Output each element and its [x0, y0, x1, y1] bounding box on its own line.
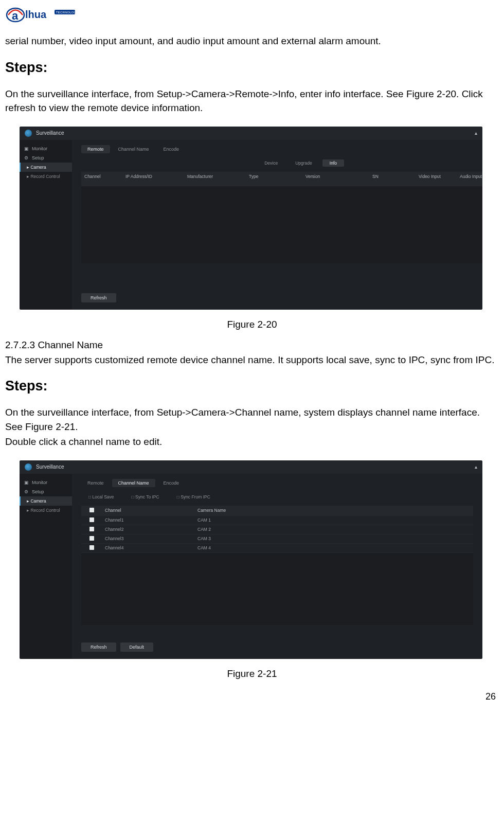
- tab-channel-name[interactable]: Channel Name: [112, 479, 155, 487]
- col-camera-name: Camera Name: [194, 508, 473, 513]
- svg-text:a: a: [12, 9, 19, 22]
- steps1-text: On the surveillance interface, from Setu…: [5, 87, 499, 115]
- app-titlebar: Surveillance ▴: [20, 460, 482, 474]
- app-icon: [25, 130, 32, 137]
- notification-icon[interactable]: ▴: [475, 130, 477, 136]
- steps2-text-1: On the surveillance interface, from Setu…: [5, 405, 499, 434]
- row-checkbox[interactable]: [89, 545, 94, 550]
- col-type: Type: [246, 174, 302, 184]
- table-row[interactable]: Channel4 CAM 4: [81, 544, 473, 553]
- sidebar-sub-record[interactable]: ▸ Record Control: [20, 506, 72, 515]
- figure-2-21-screenshot: Surveillance ▴ ▣Monitor ⚙Setup ▸ Camera …: [20, 460, 482, 659]
- col-mfr: Manufacturer: [184, 174, 246, 184]
- col-channel: Channel: [81, 174, 122, 184]
- brand-logo: lhua a TECHNOLOGY: [5, 7, 499, 25]
- refresh-button[interactable]: Refresh: [81, 642, 116, 652]
- row-checkbox[interactable]: [89, 536, 94, 541]
- subtab-upgrade[interactable]: Upgrade: [288, 159, 319, 167]
- table-row[interactable]: Channel3 CAM 3: [81, 534, 473, 544]
- tab-row: Remote Channel Name Encode: [72, 145, 482, 159]
- channel-table-header: Channel Camera Name: [81, 506, 473, 516]
- default-button[interactable]: Default: [120, 642, 154, 652]
- notification-icon[interactable]: ▴: [475, 464, 477, 470]
- col-sn: SN: [369, 174, 416, 184]
- refresh-button[interactable]: Refresh: [81, 293, 116, 302]
- info-table-header: Channel IP Address/ID Manufacturer Type …: [81, 172, 482, 186]
- figure-2-20-caption: Figure 2-20: [5, 319, 499, 330]
- steps2-text-2: Double click a channel name to edit.: [5, 435, 499, 449]
- sidebar: ▣Monitor ⚙Setup ▸ Camera ▸ Record Contro…: [20, 140, 72, 310]
- tab-encode[interactable]: Encode: [157, 145, 186, 153]
- app-title: Surveillance: [36, 464, 64, 470]
- sidebar-sub-camera[interactable]: ▸ Camera: [20, 163, 72, 172]
- row-checkbox[interactable]: [89, 527, 94, 531]
- page-number: 26: [485, 691, 496, 702]
- col-channel: Channel: [102, 508, 194, 513]
- tab-encode[interactable]: Encode: [157, 479, 186, 487]
- app-titlebar: Surveillance ▴: [20, 127, 482, 140]
- sidebar-item-setup[interactable]: ⚙Setup: [20, 487, 72, 496]
- section-2-7-2-3-text: The server supports customized remote de…: [5, 353, 499, 367]
- select-all-checkbox[interactable]: [89, 508, 94, 512]
- sidebar-sub-camera[interactable]: ▸ Camera: [20, 496, 72, 506]
- opt-sync-to-ipc[interactable]: Sync To IPC: [124, 493, 167, 501]
- subtab-device[interactable]: Device: [257, 159, 285, 167]
- tab-remote[interactable]: Remote: [81, 145, 110, 153]
- col-audio-in: Audio Input: [457, 174, 482, 184]
- section-2-7-2-3-heading: 2.7.2.3 Channel Name: [5, 339, 499, 351]
- tab-remote[interactable]: Remote: [81, 479, 110, 487]
- table-row[interactable]: Channel2 CAM 2: [81, 525, 473, 534]
- sidebar-sub-record[interactable]: ▸ Record Control: [20, 172, 72, 181]
- steps-heading-1: Steps:: [5, 60, 499, 76]
- subtab-row: Device Upgrade Info: [72, 159, 482, 172]
- svg-text:lhua: lhua: [25, 9, 47, 20]
- tab-row: Remote Channel Name Encode: [72, 479, 482, 493]
- app-icon: [25, 463, 32, 471]
- info-table: Channel IP Address/ID Manufacturer Type …: [81, 172, 482, 263]
- option-row: Local Save Sync To IPC Sync From IPC: [72, 493, 482, 506]
- col-version: Version: [302, 174, 369, 184]
- opt-local-save[interactable]: Local Save: [81, 493, 121, 501]
- svg-text:TECHNOLOGY: TECHNOLOGY: [56, 11, 77, 14]
- intro-text: serial number, video input amount, and a…: [5, 34, 499, 48]
- tab-channel-name[interactable]: Channel Name: [112, 145, 155, 153]
- opt-sync-from-ipc[interactable]: Sync From IPC: [170, 493, 218, 501]
- channel-table-spacer: [81, 553, 473, 625]
- col-ip: IP Address/ID: [122, 174, 184, 184]
- subtab-info[interactable]: Info: [322, 159, 344, 167]
- table-row[interactable]: Channel1 CAM 1: [81, 516, 473, 525]
- sidebar-item-setup[interactable]: ⚙Setup: [20, 153, 72, 163]
- sidebar-item-monitor[interactable]: ▣Monitor: [20, 144, 72, 153]
- app-title: Surveillance: [36, 130, 64, 136]
- steps-heading-2: Steps:: [5, 378, 499, 394]
- info-table-body-empty: [81, 186, 482, 263]
- col-video-in: Video Input: [416, 174, 457, 184]
- figure-2-20-screenshot: Surveillance ▴ ▣Monitor ⚙Setup ▸ Camera …: [20, 127, 482, 310]
- sidebar: ▣Monitor ⚙Setup ▸ Camera ▸ Record Contro…: [20, 474, 72, 659]
- channel-table: Channel Camera Name Channel1 CAM 1 Chann…: [81, 506, 473, 625]
- figure-2-21-caption: Figure 2-21: [5, 668, 499, 680]
- row-checkbox[interactable]: [89, 517, 94, 522]
- sidebar-item-monitor[interactable]: ▣Monitor: [20, 478, 72, 487]
